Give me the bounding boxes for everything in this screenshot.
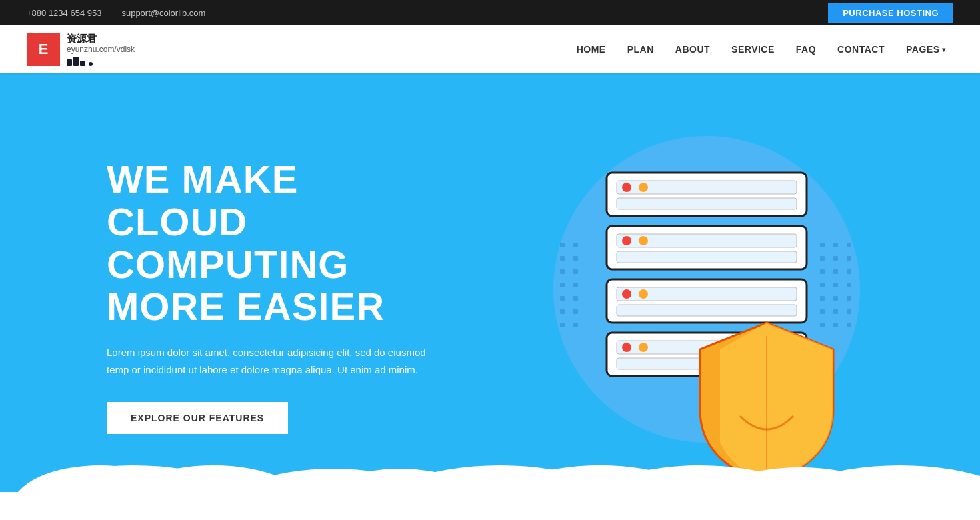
nav-item-plan[interactable]: PLAN xyxy=(619,43,662,55)
deco-bar-3 xyxy=(80,61,85,66)
nav-link-pages[interactable]: PAGES ▾ xyxy=(898,39,953,60)
svg-rect-26 xyxy=(847,283,851,287)
svg-rect-27 xyxy=(820,296,825,301)
svg-point-45 xyxy=(639,236,648,245)
svg-rect-16 xyxy=(833,243,838,247)
svg-rect-48 xyxy=(617,305,797,316)
nav-item-service[interactable]: SERVICE xyxy=(723,43,783,55)
hero-description: Lorem ipsum dolor sit amet, consectetur … xyxy=(107,344,433,378)
svg-rect-38 xyxy=(617,198,797,209)
hero-content: WE MAKE CLOUD COMPUTING MORE EASIER Lore… xyxy=(0,105,467,487)
svg-rect-12 xyxy=(573,309,578,314)
logo-decoration xyxy=(67,57,135,66)
svg-rect-43 xyxy=(617,251,797,263)
hero-title: WE MAKE CLOUD COMPUTING MORE EASIER xyxy=(107,158,440,328)
svg-rect-67 xyxy=(0,492,980,519)
hero-title-line1: WE MAKE xyxy=(107,157,298,201)
svg-rect-3 xyxy=(560,256,565,261)
svg-rect-15 xyxy=(820,243,825,247)
nav-item-about[interactable]: ABOUT xyxy=(667,43,718,55)
explore-features-button[interactable]: EXPLORE OUR FEATURES xyxy=(107,402,288,434)
top-bar-right: PURCHASE HOSTING xyxy=(828,3,953,23)
hero-title-line2: CLOUD COMPUTING xyxy=(107,200,349,286)
nav-link-about[interactable]: ABOUT xyxy=(667,39,718,60)
purchase-hosting-button[interactable]: PURCHASE HOSTING xyxy=(828,3,953,23)
svg-rect-7 xyxy=(560,283,565,287)
svg-rect-11 xyxy=(560,309,565,314)
hero-title-line3: MORE EASIER xyxy=(107,285,385,328)
svg-rect-4 xyxy=(573,256,578,261)
logo-icon: E xyxy=(27,33,60,66)
nav-link-service[interactable]: SERVICE xyxy=(723,39,783,60)
nav-link-contact[interactable]: CONTACT xyxy=(829,39,893,60)
svg-point-54 xyxy=(622,343,631,352)
email-address: support@colorlib.com xyxy=(121,8,205,18)
logo-text: 资源君 eyunzhu.com/vdisk xyxy=(67,33,135,65)
logo-subtitle: eyunzhu.com/vdisk xyxy=(67,45,135,54)
top-bar: +880 1234 654 953 support@colorlib.com P… xyxy=(0,0,980,25)
svg-rect-33 xyxy=(820,323,825,327)
svg-rect-17 xyxy=(847,243,851,247)
nav-item-pages[interactable]: PAGES ▾ xyxy=(898,39,953,60)
nav-item-contact[interactable]: CONTACT xyxy=(829,43,893,55)
svg-rect-23 xyxy=(847,269,851,274)
logo[interactable]: E 资源君 eyunzhu.com/vdisk xyxy=(27,33,135,66)
nav-item-faq[interactable]: FAQ xyxy=(788,43,824,55)
svg-rect-6 xyxy=(573,269,578,274)
svg-rect-8 xyxy=(573,283,578,287)
svg-rect-18 xyxy=(820,256,825,261)
top-bar-left: +880 1234 654 953 support@colorlib.com xyxy=(27,8,205,18)
svg-rect-1 xyxy=(560,243,565,247)
svg-rect-30 xyxy=(820,309,825,314)
svg-rect-10 xyxy=(573,296,578,301)
svg-rect-25 xyxy=(833,283,838,287)
svg-rect-19 xyxy=(833,256,838,261)
svg-rect-28 xyxy=(833,296,838,301)
nav-link-plan[interactable]: PLAN xyxy=(619,39,662,60)
deco-bar-2 xyxy=(73,57,79,66)
svg-rect-22 xyxy=(833,269,838,274)
nav-link-faq[interactable]: FAQ xyxy=(788,39,824,60)
nav-menu: HOME PLAN ABOUT SERVICE FAQ CONTACT PAGE… xyxy=(569,39,953,60)
svg-rect-31 xyxy=(833,309,838,314)
hero-section: WE MAKE CLOUD COMPUTING MORE EASIER Lore… xyxy=(0,73,980,519)
svg-rect-34 xyxy=(833,323,838,327)
nav-item-home[interactable]: HOME xyxy=(569,43,614,55)
svg-point-55 xyxy=(639,343,648,352)
svg-rect-14 xyxy=(573,323,578,327)
svg-point-40 xyxy=(639,183,648,192)
svg-rect-20 xyxy=(847,256,851,261)
svg-point-44 xyxy=(622,236,631,245)
navbar: E 资源君 eyunzhu.com/vdisk HOME PLAN ABOUT … xyxy=(0,25,980,73)
nav-link-home[interactable]: HOME xyxy=(569,39,614,60)
svg-rect-21 xyxy=(820,269,825,274)
svg-rect-5 xyxy=(560,269,565,274)
svg-point-39 xyxy=(622,183,631,192)
svg-rect-2 xyxy=(573,243,578,247)
svg-rect-32 xyxy=(847,309,851,314)
chevron-down-icon: ▾ xyxy=(942,46,946,53)
svg-point-49 xyxy=(622,289,631,299)
logo-title: 资源君 xyxy=(67,33,135,45)
deco-dot xyxy=(89,62,93,66)
svg-rect-35 xyxy=(847,323,851,327)
phone-number: +880 1234 654 953 xyxy=(27,8,101,18)
svg-rect-9 xyxy=(560,296,565,301)
svg-rect-29 xyxy=(847,296,851,301)
svg-rect-13 xyxy=(560,323,565,327)
svg-rect-24 xyxy=(820,283,825,287)
deco-bar-1 xyxy=(67,59,72,66)
svg-point-50 xyxy=(639,289,648,299)
